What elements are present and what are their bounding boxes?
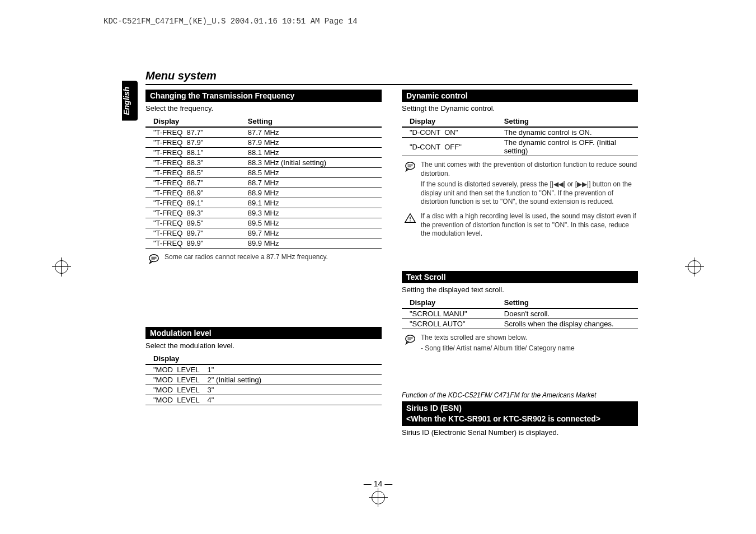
modulation-table: Display "MOD LEVEL 1" "MOD LEVEL 2" (Ini… <box>145 353 382 405</box>
table-row: "D-CONT OFF"The dynamic control is OFF. … <box>402 138 638 156</box>
table-row: "T-FREQ 87.9"87.9 MHz <box>145 138 382 148</box>
table-row: "D-CONT ON"The dynamic control is ON. <box>402 127 638 138</box>
modulation-header: Modulation level <box>145 327 382 339</box>
sirius-header: Sirius ID (ESN) <When the KTC-SR901 or K… <box>402 401 638 426</box>
dynamic-warning: If a disc with a high recording level is… <box>404 212 638 241</box>
crop-mark-right <box>686 259 703 275</box>
textscroll-intro: Setting the displayed text scroll. <box>402 285 638 294</box>
sirius-header-line2: <When the KTC-SR901 or KTC-SR902 is conn… <box>406 414 633 424</box>
content-columns: Changing the Transmission Frequency Sele… <box>145 90 638 440</box>
th-display: Display <box>402 116 496 127</box>
table-row: "SCROLL MANU"Doesn't scroll. <box>402 308 638 319</box>
warning-icon <box>404 212 416 224</box>
print-header: KDC-C521FM_C471FM_(KE)_U.S 2004.01.16 10… <box>104 17 358 26</box>
th-display: Display <box>402 297 496 308</box>
warning-text: If a disc with a high recording level is… <box>421 212 638 241</box>
th-setting: Setting <box>496 297 638 308</box>
language-tab: English <box>122 81 138 121</box>
table-row: "T-FREQ 89.9"89.9 MHz <box>145 238 382 249</box>
textscroll-note: The texts scrolled are shown below. - So… <box>404 334 638 355</box>
title-underline <box>145 84 632 85</box>
transmission-note: Some car radios cannot receive a 87.7 MH… <box>148 253 382 265</box>
transmission-header: Changing the Transmission Frequency <box>145 90 382 102</box>
table-row: "T-FREQ 89.7"89.7 MHz <box>145 228 382 238</box>
crop-mark-left <box>53 259 70 275</box>
crop-mark-bottom <box>370 489 387 506</box>
table-row: "T-FREQ 87.7"87.7 MHz <box>145 127 382 138</box>
table-row: "T-FREQ 88.7"88.7 MHz <box>145 178 382 188</box>
table-row: "T-FREQ 88.9"88.9 MHz <box>145 188 382 198</box>
th-display: Display <box>145 353 382 364</box>
right-column: Dynamic control Settingt the Dynamic con… <box>402 90 638 440</box>
page-number: — 14 — <box>0 479 756 488</box>
dynamic-header: Dynamic control <box>402 90 638 102</box>
th-display: Display <box>145 116 240 127</box>
table-row: "T-FREQ 89.5"89.5 MHz <box>145 218 382 228</box>
transmission-intro: Select the frequency. <box>145 104 382 113</box>
modulation-intro: Select the modulation level. <box>145 341 382 350</box>
dynamic-note: The unit comes with the prevention of di… <box>404 161 638 209</box>
table-row: "MOD LEVEL 4" <box>145 395 382 405</box>
table-row: "T-FREQ 88.1"88.1 MHz <box>145 148 382 158</box>
table-row: "T-FREQ 88.5"88.5 MHz <box>145 168 382 178</box>
note-icon <box>404 334 416 346</box>
svg-point-9 <box>410 221 411 222</box>
table-row: "MOD LEVEL 3" <box>145 385 382 395</box>
transmission-table: Display Setting "T-FREQ 87.7"87.7 MHz "T… <box>145 116 382 249</box>
dynamic-table: Display Setting "D-CONT ON"The dynamic c… <box>402 116 638 156</box>
sirius-header-line1: Sirius ID (ESN) <box>406 403 633 414</box>
table-row: "T-FREQ 89.1"89.1 MHz <box>145 198 382 208</box>
textscroll-table: Display Setting "SCROLL MANU"Doesn't scr… <box>402 297 638 329</box>
table-row: "T-FREQ 88.3"88.3 MHz (Initial setting) <box>145 158 382 168</box>
note-icon <box>148 253 160 265</box>
page-title: Menu system <box>145 69 217 82</box>
table-row: "MOD LEVEL 1" <box>145 364 382 375</box>
textscroll-header: Text Scroll <box>402 271 638 283</box>
dynamic-intro: Settingt the Dynamic control. <box>402 104 638 113</box>
th-setting: Setting <box>496 116 638 127</box>
note-icon <box>404 161 416 173</box>
sirius-market-note: Function of the KDC-C521FM/ C471FM for t… <box>402 391 638 399</box>
sirius-body: Sirius ID (Electronic Serial Number) is … <box>402 428 638 437</box>
table-row: "SCROLL AUTO"Scrolls when the display ch… <box>402 318 638 329</box>
note-text: The texts scrolled are shown below. - So… <box>421 334 575 355</box>
table-row: "T-FREQ 89.3"89.3 MHz <box>145 208 382 218</box>
note-text: The unit comes with the prevention of di… <box>421 161 638 209</box>
th-setting: Setting <box>240 116 382 127</box>
note-text: Some car radios cannot receive a 87.7 MH… <box>165 253 328 264</box>
left-column: Changing the Transmission Frequency Sele… <box>145 90 382 440</box>
table-row: "MOD LEVEL 2" (Initial setting) <box>145 375 382 385</box>
